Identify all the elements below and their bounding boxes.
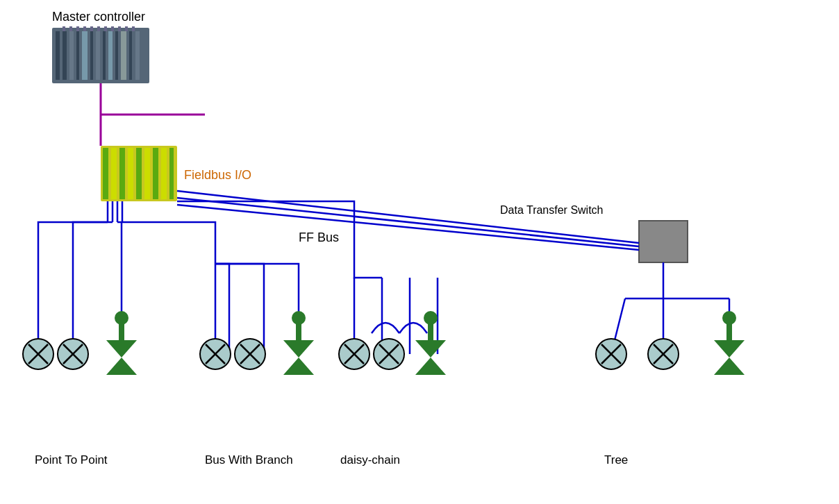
svg-rect-24 [132, 26, 135, 31]
svg-rect-21 [111, 26, 114, 31]
svg-rect-10 [115, 31, 118, 80]
ff-bus-line-3 [177, 191, 639, 243]
svg-rect-12 [129, 31, 132, 80]
svg-rect-3 [69, 31, 74, 80]
svg-rect-53 [296, 323, 301, 342]
svg-rect-15 [69, 26, 72, 31]
svg-rect-20 [104, 26, 107, 31]
p2p-valve [106, 311, 137, 375]
svg-rect-31 [144, 148, 150, 199]
svg-rect-7 [96, 31, 100, 80]
svg-marker-52 [283, 358, 314, 375]
svg-rect-18 [90, 26, 93, 31]
daisy-sensor-1 [339, 339, 369, 369]
svg-rect-33 [161, 148, 167, 199]
daisy-sensor-2 [374, 339, 404, 369]
bwb-main-bus [122, 222, 215, 354]
daisy-arc-2 [399, 323, 427, 333]
daisy-chain-label: daisy-chain [340, 453, 400, 467]
daisy-valve [415, 311, 446, 375]
svg-rect-5 [82, 31, 88, 80]
fieldbus-io [101, 146, 177, 201]
svg-rect-29 [128, 148, 133, 199]
svg-rect-13 [135, 31, 140, 80]
svg-rect-14 [63, 26, 65, 31]
p2p-sensor-2 [58, 339, 88, 369]
svg-marker-42 [106, 358, 137, 375]
svg-rect-2 [63, 31, 67, 80]
svg-rect-11 [121, 31, 126, 80]
fieldbus-io-label: Fieldbus I/O [184, 168, 251, 182]
svg-rect-17 [83, 26, 86, 31]
svg-rect-28 [119, 148, 125, 199]
bus-with-branch-label: Bus With Branch [205, 453, 293, 467]
svg-rect-27 [111, 148, 117, 199]
p2p-sensor-1 [23, 339, 53, 369]
ff-bus-label: FF Bus [299, 230, 339, 244]
svg-rect-23 [125, 26, 128, 31]
svg-rect-73 [726, 323, 732, 342]
svg-rect-63 [428, 323, 433, 342]
network-topology-diagram: Master controller [0, 0, 839, 504]
tree-sensor-2 [648, 339, 679, 369]
svg-rect-19 [97, 26, 100, 31]
data-transfer-switch-box [639, 221, 688, 262]
svg-rect-6 [90, 31, 93, 80]
master-controller-label: Master controller [52, 10, 145, 24]
tree-valve [714, 311, 745, 375]
tree-label: Tree [604, 453, 628, 467]
svg-point-64 [424, 311, 438, 325]
svg-rect-9 [108, 31, 113, 80]
svg-rect-8 [103, 31, 106, 80]
svg-marker-72 [714, 358, 745, 375]
p2p-line-sensor2 [73, 222, 113, 354]
bwb-sensor-1 [200, 339, 231, 369]
svg-rect-30 [136, 148, 142, 199]
master-controller [52, 26, 149, 83]
svg-marker-61 [415, 340, 446, 358]
svg-point-54 [292, 311, 306, 325]
svg-rect-43 [119, 323, 124, 342]
data-transfer-switch-label: Data Transfer Switch [500, 204, 604, 216]
bwb-sensor-2 [235, 339, 265, 369]
svg-rect-34 [169, 148, 174, 199]
svg-rect-4 [76, 31, 79, 80]
svg-point-74 [722, 311, 736, 325]
svg-marker-71 [714, 340, 745, 358]
svg-rect-1 [56, 31, 60, 80]
svg-point-44 [115, 311, 128, 325]
bwb-valve [283, 311, 314, 375]
daisy-arc-1 [372, 323, 399, 333]
daisy-chain-main [177, 201, 382, 278]
svg-rect-32 [153, 148, 158, 199]
tree-sensor-1 [596, 339, 626, 369]
svg-rect-16 [76, 26, 79, 31]
svg-marker-51 [283, 340, 314, 358]
svg-marker-62 [415, 358, 446, 375]
svg-rect-26 [103, 148, 108, 199]
svg-rect-22 [118, 26, 121, 31]
svg-marker-41 [106, 340, 137, 358]
point-to-point-label: Point To Point [35, 453, 108, 467]
